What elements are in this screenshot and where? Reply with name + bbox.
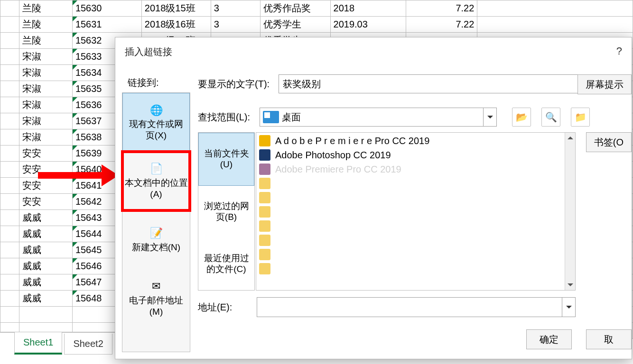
ok-button[interactable]: 确定 (526, 329, 572, 349)
browse-file-button[interactable]: 📁 (571, 108, 590, 127)
cell[interactable] (0, 242, 19, 258)
cell[interactable]: 7.22 (406, 0, 477, 17)
error-indicator-icon (73, 129, 77, 134)
cell[interactable]: 宋淑 (19, 65, 72, 81)
file-list-item[interactable] (256, 247, 575, 262)
dialog-title: 插入超链接 (115, 37, 632, 66)
cell[interactable]: 2019.03 (330, 17, 406, 33)
file-list-item[interactable] (256, 262, 575, 276)
display-text-input[interactable] (279, 74, 582, 93)
cell[interactable]: 优秀学生 (260, 17, 330, 33)
cell[interactable] (0, 65, 19, 81)
scroll-down-icon[interactable] (565, 280, 576, 290)
file-list-item[interactable] (256, 176, 575, 191)
cell[interactable]: 安安 (19, 146, 72, 162)
scroll-up-icon[interactable] (565, 133, 576, 143)
cell[interactable]: 优秀作品奖 (260, 0, 330, 17)
cell[interactable] (0, 178, 19, 194)
browse-web-button[interactable]: 🔍 (541, 108, 560, 127)
cell[interactable] (477, 17, 633, 33)
address-dropdown-icon[interactable] (562, 297, 576, 317)
cell[interactable] (0, 226, 19, 242)
cell[interactable] (0, 146, 19, 162)
cell[interactable]: 2018 (330, 0, 406, 17)
file-list-scrollbar[interactable] (565, 133, 575, 290)
browse-browsed-pages[interactable]: 浏览过的网页(B) (198, 186, 254, 238)
cell[interactable]: 威威 (19, 291, 72, 307)
error-indicator-icon (73, 81, 77, 86)
cell[interactable]: 威威 (19, 210, 72, 226)
cell[interactable]: 宋淑 (19, 97, 72, 113)
error-indicator-icon (73, 178, 77, 182)
cell[interactable]: 安安 (19, 178, 72, 194)
file-list-item[interactable] (256, 219, 575, 233)
cell[interactable] (0, 113, 19, 129)
table-row[interactable]: 兰陵156302018级15班3优秀作品奖20187.22 (0, 0, 633, 17)
linkto-email[interactable]: ✉ 电子邮件地址(M) (122, 269, 190, 328)
cell[interactable]: 15630 (72, 0, 141, 17)
error-indicator-icon (73, 226, 77, 231)
cell[interactable]: 威威 (19, 258, 72, 274)
linkto-new-document[interactable]: 📝 新建文档(N) (122, 210, 190, 269)
bookmark-button[interactable]: 书签(O (586, 132, 632, 152)
cancel-button[interactable]: 取 (586, 329, 632, 349)
linkto-place-in-doc[interactable]: 📄 本文档中的位置(A) (122, 152, 190, 210)
cell[interactable]: 威威 (19, 226, 72, 242)
cell[interactable]: 3 (211, 17, 260, 33)
chevron-down-icon[interactable] (483, 108, 496, 126)
cell[interactable]: 宋淑 (19, 129, 72, 146)
cell[interactable]: 兰陵 (19, 17, 72, 33)
file-list[interactable]: A d o b e P r e m i e r e Pro CC 2019Ado… (256, 132, 576, 291)
cell[interactable]: 宋淑 (19, 113, 72, 129)
cell[interactable]: 兰陵 (19, 33, 72, 49)
cell[interactable] (0, 258, 19, 274)
cell[interactable]: 7.22 (406, 17, 477, 33)
up-folder-button[interactable]: 📂 (512, 108, 531, 127)
browse-current-folder[interactable]: 当前文件夹(U) (198, 133, 254, 186)
cell[interactable] (0, 0, 19, 17)
cell[interactable] (477, 0, 633, 17)
cell[interactable] (0, 210, 19, 226)
cell[interactable] (0, 49, 19, 65)
look-in-combo[interactable]: 桌面 (260, 108, 497, 127)
cell[interactable]: 威威 (19, 242, 72, 258)
look-in-label: 查找范围(L): (198, 111, 255, 124)
file-list-item[interactable] (256, 191, 575, 205)
cell[interactable]: 安安 (19, 194, 72, 210)
file-list-item[interactable]: Adobe Photoshop CC 2019 (256, 148, 575, 162)
cell[interactable] (0, 162, 19, 178)
file-list-item[interactable]: A d o b e P r e m i e r e Pro CC 2019 (256, 134, 575, 148)
cell[interactable] (0, 291, 19, 307)
address-input[interactable] (257, 297, 562, 317)
screen-tip-button[interactable]: 屏幕提示 (577, 74, 632, 94)
help-icon[interactable]: ? (616, 45, 622, 57)
cell[interactable]: 15631 (72, 17, 141, 33)
browse-tabs-column: 当前文件夹(U) 浏览过的网页(B) 最近使用过的文件(C) (198, 132, 255, 291)
sheet-tab-2[interactable]: Sheet2 (64, 334, 112, 355)
cell[interactable]: 2018级15班 (141, 0, 211, 17)
cell[interactable]: 3 (211, 0, 260, 17)
browse-recent-files[interactable]: 最近使用过的文件(C) (198, 238, 254, 290)
cell[interactable]: 安安 (19, 162, 72, 178)
cell[interactable]: 2018级16班 (141, 17, 211, 33)
cell[interactable] (0, 17, 19, 33)
linkto-existing-file[interactable]: 🌐 现有文件或网页(X) (122, 93, 190, 152)
cell[interactable] (0, 194, 19, 210)
cell[interactable] (0, 81, 19, 97)
cell[interactable] (0, 33, 19, 49)
cell[interactable] (0, 307, 19, 323)
sheet-tab-1[interactable]: Sheet1 (14, 332, 62, 355)
cell[interactable]: 宋淑 (19, 49, 72, 65)
cell[interactable] (0, 97, 19, 113)
cell[interactable]: 宋淑 (19, 81, 72, 97)
cell[interactable] (19, 307, 72, 323)
cell[interactable]: 威威 (19, 274, 72, 291)
table-row[interactable]: 兰陵156312018级16班3优秀学生2019.037.22 (0, 17, 633, 33)
file-type-icon (259, 220, 270, 232)
file-list-item[interactable]: Adobe Premiere Pro CC 2019 (256, 162, 575, 176)
cell[interactable]: 兰陵 (19, 0, 72, 17)
cell[interactable] (0, 129, 19, 146)
cell[interactable] (0, 274, 19, 291)
file-list-item[interactable] (256, 205, 575, 219)
file-list-item[interactable] (256, 233, 575, 247)
